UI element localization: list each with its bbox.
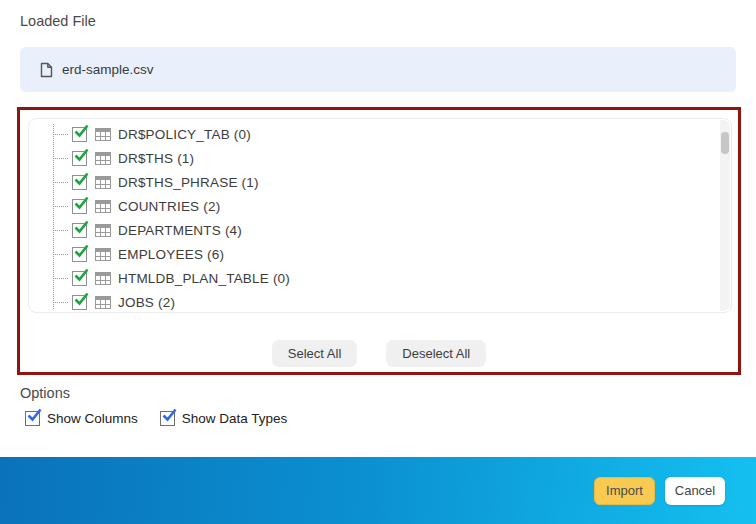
show-data-types-label: Show Data Types (182, 411, 288, 426)
table-row[interactable]: DR$POLICY_TAB (0) (29, 122, 717, 146)
cancel-button[interactable]: Cancel (665, 477, 725, 505)
table-row[interactable]: DEPARTMENTS (4) (29, 218, 717, 242)
table-icon (95, 296, 111, 309)
table-checkbox-checked[interactable] (72, 127, 87, 142)
table-checkbox-checked[interactable] (72, 295, 87, 310)
show-data-types-checkbox-checked[interactable] (160, 411, 175, 426)
table-icon (95, 128, 111, 141)
table-icon (95, 200, 111, 213)
table-label: DR$THS_PHRASE (1) (118, 175, 259, 190)
table-label: DEPARTMENTS (4) (118, 223, 242, 238)
select-all-button[interactable]: Select All (272, 340, 357, 367)
table-label: COUNTRIES (2) (118, 199, 220, 214)
table-checkbox-checked[interactable] (72, 175, 87, 190)
table-icon (95, 152, 111, 165)
import-dialog: Loaded File erd-sample.csv DR$POLICY_TAB… (0, 0, 756, 524)
table-checkbox-checked[interactable] (72, 223, 87, 238)
tree-connector (53, 302, 68, 303)
tree-connector (53, 278, 68, 279)
table-icon (95, 272, 111, 285)
table-label: HTMLDB_PLAN_TABLE (0) (118, 271, 290, 286)
tree-connector (53, 134, 68, 135)
tree-connector (53, 254, 68, 255)
table-row[interactable]: EMPLOYEES (6) (29, 242, 717, 266)
tree-connector (53, 158, 68, 159)
tree-connector (53, 206, 68, 207)
table-tree-list[interactable]: DR$POLICY_TAB (0) DR$THS (1) DR$THS_PHRA… (28, 118, 732, 313)
loaded-file-chip: erd-sample.csv (20, 47, 736, 92)
show-columns-checkbox-checked[interactable] (25, 411, 40, 426)
table-label: DR$POLICY_TAB (0) (118, 127, 251, 142)
list-scrollbar[interactable] (720, 120, 730, 311)
deselect-all-button[interactable]: Deselect All (386, 340, 486, 367)
table-row[interactable]: DR$THS (1) (29, 146, 717, 170)
table-label: DR$THS (1) (118, 151, 194, 166)
table-row[interactable]: JOBS (2) (29, 290, 717, 313)
dialog-footer: Import Cancel (0, 457, 756, 524)
show-columns-option[interactable]: Show Columns (25, 411, 138, 426)
show-columns-label: Show Columns (47, 411, 138, 426)
tree-connector (53, 182, 68, 183)
show-data-types-option[interactable]: Show Data Types (160, 411, 288, 426)
table-checkbox-checked[interactable] (72, 271, 87, 286)
table-icon (95, 176, 111, 189)
tree-rows: DR$POLICY_TAB (0) DR$THS (1) DR$THS_PHRA… (29, 122, 717, 313)
list-actions: Select All Deselect All (20, 340, 738, 367)
options-row: Show Columns Show Data Types (25, 411, 287, 426)
table-label: JOBS (2) (118, 295, 175, 310)
import-button[interactable]: Import (594, 477, 655, 505)
table-checkbox-checked[interactable] (72, 151, 87, 166)
table-selection-highlight-box: DR$POLICY_TAB (0) DR$THS (1) DR$THS_PHRA… (17, 107, 741, 375)
file-icon (40, 62, 53, 78)
list-scrollbar-thumb[interactable] (721, 132, 729, 154)
table-row[interactable]: COUNTRIES (2) (29, 194, 717, 218)
tree-connector (53, 230, 68, 231)
table-row[interactable]: DR$THS_PHRASE (1) (29, 170, 717, 194)
options-heading: Options (20, 385, 70, 401)
loaded-file-name: erd-sample.csv (62, 62, 154, 77)
table-icon (95, 224, 111, 237)
table-checkbox-checked[interactable] (72, 247, 87, 262)
table-icon (95, 248, 111, 261)
loaded-file-heading: Loaded File (20, 13, 96, 29)
table-checkbox-checked[interactable] (72, 199, 87, 214)
table-label: EMPLOYEES (6) (118, 247, 224, 262)
table-row[interactable]: HTMLDB_PLAN_TABLE (0) (29, 266, 717, 290)
